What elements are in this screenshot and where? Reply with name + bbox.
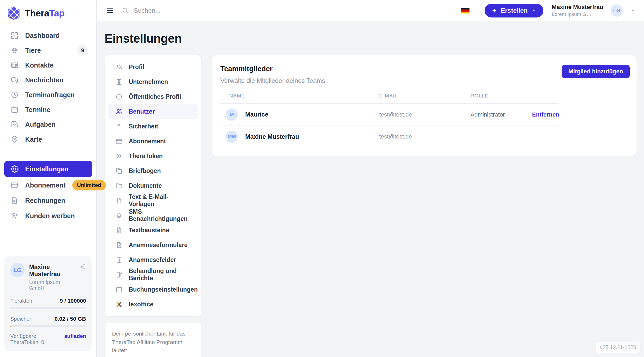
create-button[interactable]: Erstellen — [485, 4, 543, 17]
member-email: test@test.de — [379, 111, 471, 118]
theratap-logo-icon — [7, 6, 21, 21]
clipboard-icon — [115, 256, 123, 264]
sidebar-item-aufgaben[interactable]: Aufgaben — [0, 117, 96, 132]
settings-menu-item-label: Buchungseinstellungen — [129, 286, 198, 293]
sidebar-item-terminanfragen[interactable]: Terminanfragen — [0, 87, 96, 102]
settings-menu-item-abonnement[interactable]: Abonnement — [108, 134, 198, 149]
tokens-label: Verfügbare TheraToken: 0 — [10, 333, 64, 345]
users-icon — [115, 108, 123, 115]
settings-menu-item-label: Sicherheit — [129, 123, 158, 130]
settings-menu-item-label: Dokumente — [129, 182, 162, 189]
hamburger-menu-icon[interactable] — [106, 7, 114, 15]
paw-icon — [11, 46, 19, 54]
settings-menu-item-buchungseinstellungen[interactable]: Buchungseinstellungen — [108, 282, 198, 297]
settings-menu-item-text-e-mail-vorlagen[interactable]: Text & E-Mail-Vorlagen — [108, 193, 198, 208]
sidebar-item-label: Tiere — [25, 47, 41, 54]
sidebar-item-tiere[interactable]: Tiere 9 — [0, 43, 96, 58]
gear-icon — [11, 165, 19, 173]
topbar: Erstellen Maxine Musterfrau Lorem Ipsum … — [97, 0, 644, 21]
avatar[interactable]: LG — [611, 5, 623, 17]
page-title: Einstellungen — [105, 31, 182, 46]
settings-menu-item-ffentliches-profil[interactable]: Öffentliches Profil — [108, 89, 198, 104]
card-icon — [11, 181, 19, 189]
recharge-link[interactable]: aufladen — [64, 333, 86, 345]
settings-menu-item-profil[interactable]: Profil — [108, 60, 198, 74]
settings-menu-item-label: Profil — [129, 64, 144, 71]
team-members-card: Teammitglieder Verwalte die Mitglieder d… — [212, 55, 637, 156]
plus-icon — [491, 8, 497, 14]
column-header-email: E-MAIL — [379, 93, 471, 99]
calendar-icon — [11, 106, 19, 114]
filecheck-icon — [115, 242, 123, 249]
sidebar-item-abonnement[interactable]: Abonnement Unlimited — [0, 178, 96, 193]
userplus-icon — [11, 212, 19, 220]
settings-menu-item-behandlung-und-berichte[interactable]: Behandlung und Berichte — [108, 267, 198, 282]
team-title: Teammitglieder — [220, 65, 327, 73]
settings-menu-item-textbausteine[interactable]: Textbausteine — [108, 223, 198, 238]
settings-menu-item-label: Text & E-Mail-Vorlagen — [129, 193, 194, 208]
sidebar-item-label: Dashboard — [25, 32, 60, 39]
usage-stat: Speicher 0.02 / 50 GB — [10, 316, 86, 327]
team-members-table: NAME E-MAIL ROLLE M Maurice test@test.de… — [220, 93, 559, 148]
settings-menu-item-benutzer[interactable]: Benutzer — [108, 104, 198, 119]
sidebar-item-kontakte[interactable]: Kontakte — [0, 58, 96, 73]
users-icon — [115, 64, 123, 71]
settings-menu-item-label: Abonnement — [129, 138, 166, 145]
checksquare-icon — [11, 121, 19, 128]
sidebar-item-nachrichten[interactable]: Nachrichten — [0, 73, 96, 87]
progress-bar — [10, 325, 86, 327]
settings-menu-item-briefbogen[interactable]: Briefbogen — [108, 163, 198, 178]
stat-label: Speicher — [10, 316, 31, 322]
topbar-user-info: Maxine Musterfrau Lorem Ipsum G… — [552, 4, 603, 17]
settings-menu-item-anamnesefelder[interactable]: Anamnesefelder — [108, 252, 198, 267]
language-flag-de-icon[interactable] — [461, 8, 469, 14]
team-subtitle: Verwalte die Mitglieder deines Teams. — [220, 77, 327, 84]
avatar: MM — [226, 131, 238, 143]
sidebar-item-dashboard[interactable]: Dashboard — [0, 28, 96, 43]
filelines-icon — [115, 227, 123, 234]
stat-label: Tierakten — [10, 298, 32, 304]
brand-name: TheraTap — [25, 8, 65, 19]
settings-menu-item-label: Anamnesefelder — [129, 256, 176, 264]
chevron-down-icon — [532, 8, 536, 13]
sidebar-item-label: Terminanfragen — [25, 91, 75, 99]
settings-menu-item-unternehmen[interactable]: Unternehmen — [108, 74, 198, 89]
remove-member-link[interactable]: Entfernen — [532, 111, 559, 118]
sidebar-item-karte[interactable]: Karte — [0, 132, 96, 147]
avatar: LG — [10, 263, 25, 277]
affiliate-text: Dein persönlicher Link für das TheraTap … — [112, 329, 194, 355]
settings-menu-item-label: Öffentliches Profil — [129, 93, 181, 100]
settings-menu-item-dokumente[interactable]: Dokumente — [108, 178, 198, 193]
affiliate-card: Dein persönlicher Link für das TheraTap … — [105, 323, 201, 357]
sidebar-item-label: Nachrichten — [25, 76, 63, 84]
brand-logo[interactable]: TheraTap — [0, 0, 96, 25]
report-icon — [115, 271, 123, 278]
settings-menu-item-sms-benachrichtigungen[interactable]: SMS-Benachrichtigungen — [108, 208, 198, 223]
table-row: M Maurice test@test.de Administrator Ent… — [220, 104, 559, 126]
settings-menu-item-anamneseformulare[interactable]: Anamneseformulare — [108, 238, 198, 252]
settings-menu: Profil Unternehmen Öffentliches Profil B… — [105, 55, 201, 316]
settings-menu-item-lexoffice[interactable]: lexoffice — [108, 297, 198, 312]
chat-icon — [11, 76, 19, 84]
building-icon — [115, 78, 123, 86]
logout-icon[interactable] — [80, 263, 86, 270]
user-name: Maxine Musterfrau — [29, 264, 75, 278]
pin-icon — [11, 135, 19, 143]
chevron-down-icon[interactable] — [630, 8, 636, 14]
sidebar-user-card: LG Maxine Musterfrau Lorem Ipsum GmbH Ti… — [4, 256, 92, 351]
copy-icon — [115, 167, 123, 175]
settings-menu-item-label: Textbausteine — [129, 227, 169, 234]
bell-icon — [115, 212, 123, 219]
sidebar-item-kunden-werben[interactable]: Kunden werben — [0, 208, 96, 223]
sidebar-item-label: Rechnungen — [25, 197, 65, 204]
settings-menu-item-sicherheit[interactable]: Sicherheit — [108, 119, 198, 134]
add-member-button[interactable]: Mitglied hinzufügen — [562, 65, 630, 78]
search-input[interactable] — [133, 7, 271, 15]
settings-menu-item-label: Unternehmen — [129, 78, 168, 86]
sidebar-item-rechnungen[interactable]: Rechnungen — [0, 193, 96, 208]
sidebar-item-termine[interactable]: Termine — [0, 102, 96, 117]
sidebar-item-einstellungen[interactable]: Einstellungen — [4, 161, 92, 177]
sidebar-nav: Dashboard Tiere 9 Kontakte Nachrichten T… — [0, 25, 96, 147]
settings-menu-item-theratoken[interactable]: TheraToken — [108, 149, 198, 163]
user-card-stats: Tierakten 9 / 100000 Speicher 0.02 / 50 … — [10, 298, 86, 327]
